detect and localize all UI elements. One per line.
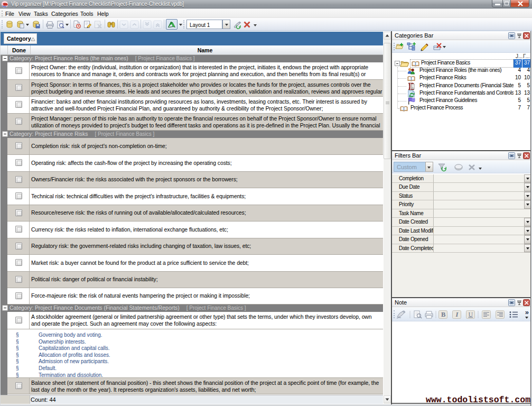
svg-text:U: U (469, 311, 473, 318)
svg-text:B: B (441, 311, 445, 318)
